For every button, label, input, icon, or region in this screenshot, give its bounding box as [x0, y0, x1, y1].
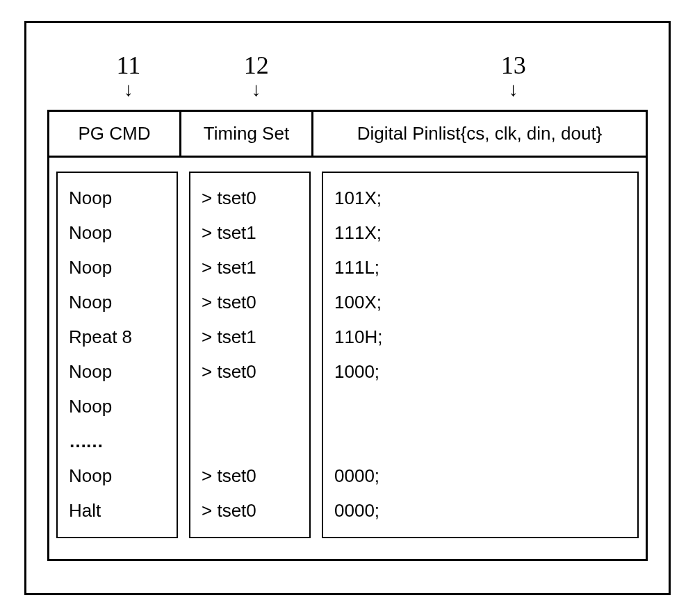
cell-pinlist: 100X; — [334, 290, 626, 316]
cell-timing: > tset0 — [202, 290, 298, 316]
label-col1: 11 ↓ — [68, 51, 189, 106]
label-col1-text: 11 — [117, 51, 141, 80]
table: PG CMD Timing Set Digital Pinlist{cs, cl… — [47, 110, 648, 561]
col-timing-body: > tset0 > tset1 > tset1 > tset0 > tset1 … — [189, 172, 311, 538]
cell-cmd: Rpeat 8 — [69, 324, 165, 351]
header-cmd: PG CMD — [49, 112, 181, 156]
table-body-row: Noop Noop Noop Noop Rpeat 8 Noop Noop ……… — [49, 158, 646, 559]
cell-pinlist: 111L; — [334, 255, 626, 281]
cell-cmd: Halt — [69, 498, 165, 524]
label-col3: 13 ↓ — [379, 51, 648, 106]
cell-pinlist — [334, 428, 626, 455]
col-pinlist-body: 101X; 111X; 111L; 100X; 110H; 1000; 0000… — [322, 172, 639, 538]
cell-timing: > tset1 — [202, 255, 298, 281]
cell-pinlist: 111X; — [334, 220, 626, 247]
cell-pinlist: 0000; — [334, 463, 626, 490]
arrow-icon: ↓ — [124, 78, 133, 101]
outer-frame: 11 ↓ 12 ↓ 13 ↓ PG CMD Timing Set Digital… — [24, 21, 671, 595]
label-col3-text: 13 — [501, 51, 526, 80]
label-col2-text: 12 — [244, 51, 269, 80]
cell-pinlist — [334, 394, 626, 420]
cell-timing: > tset1 — [202, 220, 298, 247]
table-header-row: PG CMD Timing Set Digital Pinlist{cs, cl… — [49, 112, 646, 158]
header-timing: Timing Set — [181, 112, 313, 156]
cell-pinlist: 0000; — [334, 498, 626, 524]
cell-cmd: Noop — [69, 255, 165, 281]
cell-timing: > tset1 — [202, 324, 298, 351]
cell-cmd-ellipsis: …… — [69, 428, 165, 455]
cell-cmd: Noop — [69, 359, 165, 385]
cell-timing: > tset0 — [202, 359, 298, 385]
arrow-icon: ↓ — [509, 78, 518, 101]
cell-timing — [202, 394, 298, 420]
cell-cmd: Noop — [69, 185, 165, 212]
arrow-icon: ↓ — [252, 78, 261, 101]
cell-timing: > tset0 — [202, 498, 298, 524]
cell-pinlist: 101X; — [334, 185, 626, 212]
header-pinlist: Digital Pinlist{cs, clk, din, dout} — [313, 112, 646, 156]
cell-cmd: Noop — [69, 290, 165, 316]
col-cmd-body: Noop Noop Noop Noop Rpeat 8 Noop Noop ……… — [56, 172, 178, 538]
labels-row: 11 ↓ 12 ↓ 13 ↓ — [47, 51, 648, 106]
cell-pinlist: 1000; — [334, 359, 626, 385]
cell-pinlist: 110H; — [334, 324, 626, 351]
cell-cmd: Noop — [69, 220, 165, 247]
cell-timing: > tset0 — [202, 185, 298, 212]
cell-cmd: Noop — [69, 394, 165, 420]
cell-cmd: Noop — [69, 463, 165, 490]
cell-timing: > tset0 — [202, 463, 298, 490]
label-col2: 12 ↓ — [196, 51, 317, 106]
cell-timing — [202, 428, 298, 455]
